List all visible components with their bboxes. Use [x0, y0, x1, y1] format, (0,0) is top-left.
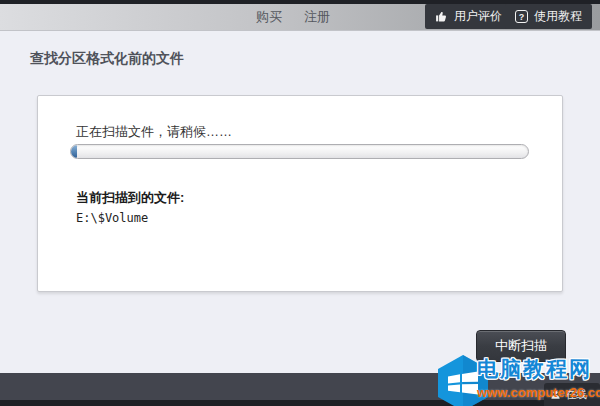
current-file-label: 当前扫描到的文件: — [76, 189, 184, 207]
user-reviews-button[interactable]: 用户评价 — [425, 4, 512, 29]
current-file-path: E:\$Volume — [76, 211, 148, 225]
progress-fill — [71, 145, 77, 158]
online-service-widget[interactable]: 在线 — [544, 383, 600, 406]
user-reviews-label: 用户评价 — [454, 8, 502, 25]
page-title: 查找分区格式化前的文件 — [30, 50, 184, 68]
footer-bar — [0, 373, 600, 400]
app-window: 购买 注册 用户评价 ? 使用教程 查找分区格式化前的文件 正在扫描文件，请稍候… — [0, 0, 600, 406]
scan-panel: 正在扫描文件，请稍候…… 当前扫描到的文件: E:\$Volume — [37, 95, 563, 292]
tutorial-button[interactable]: ? 使用教程 — [505, 4, 592, 29]
scan-status-text: 正在扫描文件，请稍候…… — [76, 123, 232, 141]
help-icon: ? — [515, 10, 528, 23]
footer-bottom-strip — [0, 400, 600, 406]
interrupt-scan-button[interactable]: 中断扫描 — [476, 330, 566, 362]
scan-progress-bar — [70, 144, 529, 159]
register-link[interactable]: 注册 — [304, 8, 330, 26]
person-icon — [550, 389, 561, 400]
thumbs-up-icon — [435, 10, 448, 23]
buy-link[interactable]: 购买 — [256, 8, 282, 26]
tutorial-label: 使用教程 — [534, 8, 582, 25]
online-label: 在线 — [565, 387, 587, 402]
topbar-links: 购买 注册 — [256, 4, 330, 30]
